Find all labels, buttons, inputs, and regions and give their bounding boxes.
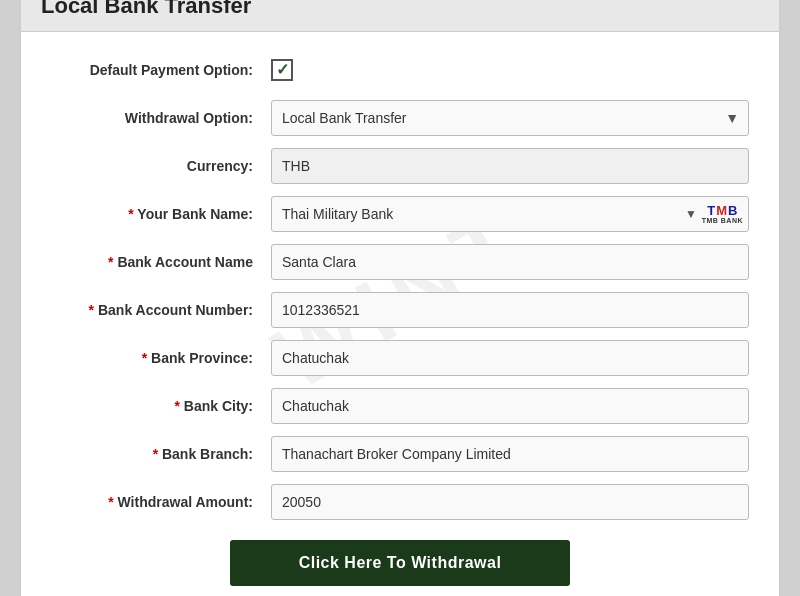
default-payment-checkbox[interactable]: ✓: [271, 59, 293, 81]
required-star: *: [89, 302, 94, 318]
required-star: *: [142, 350, 147, 366]
bank-city-label: * Bank City:: [51, 398, 271, 414]
bank-select-wrapper: Thai Military Bank ▼ TMB TMB BANK: [271, 196, 749, 232]
bank-province-row: * Bank Province:: [51, 340, 749, 376]
required-star: *: [153, 446, 158, 462]
default-payment-row: Default Payment Option: ✓: [51, 52, 749, 88]
bank-name-select[interactable]: Thai Military Bank: [271, 196, 749, 232]
bank-city-input[interactable]: [271, 388, 749, 424]
submit-withdraw-button[interactable]: Click Here To Withdrawal: [230, 540, 570, 586]
bank-account-number-label: * Bank Account Number:: [51, 302, 271, 318]
withdrawal-option-row: Withdrawal Option: Local Bank Transfer ▼: [51, 100, 749, 136]
checkmark-icon: ✓: [276, 60, 289, 79]
bank-branch-row: * Bank Branch:: [51, 436, 749, 472]
withdrawal-option-select-wrapper: Local Bank Transfer ▼: [271, 100, 749, 136]
withdrawal-amount-row: * Withdrawal Amount:: [51, 484, 749, 520]
page-title: Local Bank Transfer: [41, 0, 759, 19]
required-star: *: [128, 206, 133, 222]
page-header: Local Bank Transfer: [21, 0, 779, 32]
bank-account-name-row: * Bank Account Name: [51, 244, 749, 280]
bank-branch-input[interactable]: [271, 436, 749, 472]
form-body: Default Payment Option: ✓ Withdrawal Opt…: [21, 32, 779, 597]
required-star: *: [174, 398, 179, 414]
bank-account-name-label: * Bank Account Name: [51, 254, 271, 270]
currency-label: Currency:: [51, 158, 271, 174]
bank-branch-label: * Bank Branch:: [51, 446, 271, 462]
bank-city-row: * Bank City:: [51, 388, 749, 424]
bank-province-label: * Bank Province:: [51, 350, 271, 366]
bank-province-input[interactable]: [271, 340, 749, 376]
default-payment-checkbox-wrapper: ✓: [271, 59, 293, 81]
bank-account-name-input[interactable]: [271, 244, 749, 280]
bank-name-label: * Your Bank Name:: [51, 206, 271, 222]
bank-name-row: * Your Bank Name: Thai Military Bank ▼ T…: [51, 196, 749, 232]
withdrawal-option-label: Withdrawal Option:: [51, 110, 271, 126]
currency-row: Currency:: [51, 148, 749, 184]
withdrawal-option-select[interactable]: Local Bank Transfer: [271, 100, 749, 136]
default-payment-label: Default Payment Option:: [51, 62, 271, 78]
required-star: *: [108, 494, 113, 510]
currency-input[interactable]: [271, 148, 749, 184]
bank-account-number-row: * Bank Account Number:: [51, 292, 749, 328]
main-container: WINT Local Bank Transfer Default Payment…: [20, 0, 780, 596]
required-star: *: [108, 254, 113, 270]
withdrawal-amount-label: * Withdrawal Amount:: [51, 494, 271, 510]
withdrawal-amount-input[interactable]: [271, 484, 749, 520]
bank-account-number-input[interactable]: [271, 292, 749, 328]
